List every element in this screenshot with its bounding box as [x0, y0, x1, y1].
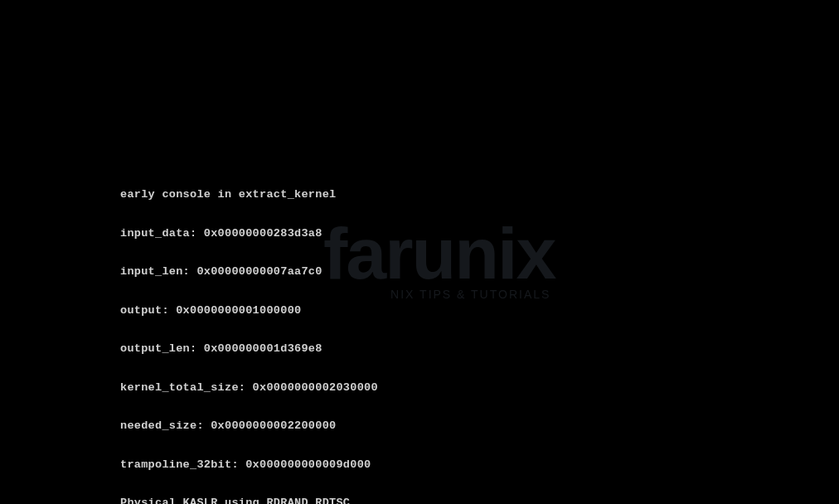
- boot-line: output_len: 0x000000001d369e8: [120, 342, 731, 356]
- boot-line: kernel_total_size: 0x0000000002030000: [120, 381, 731, 395]
- boot-line: trampoline_32bit: 0x000000000009d000: [120, 458, 731, 472]
- boot-line: needed_size: 0x0000000002200000: [120, 419, 731, 433]
- boot-terminal: early console in extract_kernel input_da…: [120, 137, 731, 504]
- boot-line: input_len: 0x00000000007aa7c0: [120, 265, 731, 279]
- boot-line: output: 0x0000000001000000: [120, 304, 731, 317]
- terminal-content: early console in extract_kernel input_da…: [120, 162, 731, 504]
- boot-line: Physical KASLR using RDRAND RDTSC...: [120, 497, 731, 504]
- boot-line: early console in extract_kernel: [120, 188, 731, 201]
- boot-line: input_data: 0x00000000283d3a8: [120, 227, 731, 240]
